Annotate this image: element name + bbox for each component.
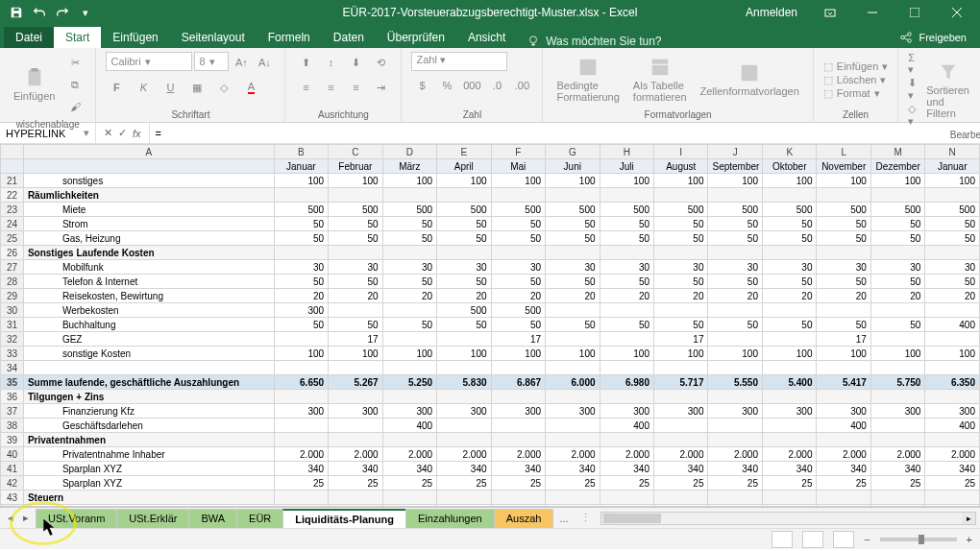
cell[interactable]: 100	[491, 347, 545, 361]
cell[interactable]	[600, 303, 653, 318]
cancel-formula-icon[interactable]: ✕	[104, 127, 112, 139]
col-header[interactable]: F	[491, 145, 545, 159]
cell[interactable]: 100	[274, 347, 328, 361]
cell[interactable]: 6.980	[600, 375, 653, 390]
cell[interactable]	[491, 246, 545, 260]
cell[interactable]: 100	[870, 174, 924, 188]
cell[interactable]: Strom	[23, 217, 274, 231]
cell[interactable]	[870, 390, 924, 404]
cell[interactable]: 50	[925, 231, 980, 246]
clear-button[interactable]: ◇ ▾	[908, 103, 917, 128]
cell[interactable]: 2.000	[329, 447, 382, 462]
sheet-tab[interactable]: Liquiditäts-Planung	[282, 509, 406, 528]
cell[interactable]: 30	[274, 260, 328, 275]
cell[interactable]: 100	[817, 347, 870, 361]
tab-data[interactable]: Daten	[322, 27, 376, 48]
cell[interactable]	[437, 419, 491, 433]
cell[interactable]: 50	[654, 231, 708, 246]
sheet-tab[interactable]: USt.Voranm	[36, 509, 117, 528]
cell[interactable]: 300	[708, 404, 762, 419]
cell[interactable]: 25	[817, 476, 870, 491]
cell[interactable]: 1.000	[329, 505, 382, 508]
cell[interactable]	[546, 188, 600, 203]
cell[interactable]	[654, 433, 708, 447]
cell[interactable]: 500	[382, 203, 436, 217]
qat-dropdown-icon[interactable]: ▾	[75, 2, 96, 23]
cell[interactable]: 500	[817, 203, 870, 217]
row-header[interactable]: 32	[1, 332, 24, 347]
cell[interactable]	[817, 361, 870, 375]
cell[interactable]: 340	[491, 462, 545, 476]
cell[interactable]: 5.550	[708, 375, 762, 390]
dec-decimal-icon[interactable]: .00	[511, 75, 532, 96]
row-header[interactable]: 38	[1, 419, 24, 433]
cell[interactable]: 20	[274, 289, 328, 303]
row-header[interactable]: 43	[1, 491, 24, 505]
cell[interactable]: 50	[546, 217, 600, 231]
cell[interactable]: Juli	[600, 159, 653, 174]
format-cells-button[interactable]: ⬚ Format ▾	[823, 87, 880, 100]
cell[interactable]: sonstiges	[23, 174, 274, 188]
cell[interactable]	[762, 246, 816, 260]
cell[interactable]	[329, 246, 382, 260]
enter-formula-icon[interactable]: ✓	[118, 127, 127, 139]
page-break-view-icon[interactable]	[833, 531, 854, 548]
cell[interactable]: 50	[817, 217, 870, 231]
col-header[interactable]: B	[274, 145, 328, 159]
cell[interactable]	[708, 505, 762, 508]
cell[interactable]: 100	[708, 174, 762, 188]
cell[interactable]: 100	[437, 347, 491, 361]
cell[interactable]	[274, 491, 328, 505]
tab-layout[interactable]: Seitenlayout	[170, 27, 257, 48]
cell[interactable]: 50	[708, 231, 762, 246]
sheet-tab[interactable]: EÜR	[236, 509, 283, 528]
login-link[interactable]: Anmelden	[736, 6, 807, 19]
scroll-right-icon[interactable]: ▸	[962, 513, 975, 524]
cell[interactable]	[654, 361, 708, 375]
cell[interactable]	[870, 246, 924, 260]
cell[interactable]	[654, 491, 708, 505]
row-header[interactable]: 29	[1, 289, 24, 303]
cell[interactable]: 100	[382, 174, 436, 188]
percent-icon[interactable]: %	[436, 75, 457, 96]
sheet-tab[interactable]: BWA	[188, 509, 237, 528]
cell[interactable]: 100	[546, 174, 600, 188]
cell[interactable]: 25	[437, 476, 491, 491]
cell[interactable]	[329, 303, 382, 318]
cell[interactable]: sonstige Kosten	[23, 347, 274, 361]
cell[interactable]: Dezember	[870, 159, 924, 174]
cell[interactable]	[546, 246, 600, 260]
cell[interactable]: 2.000	[382, 447, 436, 462]
cell[interactable]: GEZ	[23, 332, 274, 347]
cell[interactable]	[329, 491, 382, 505]
sheet-nav-prev-icon[interactable]: ▸	[19, 512, 33, 524]
col-header[interactable]: D	[382, 145, 436, 159]
cell[interactable]: 50	[870, 275, 924, 289]
cell[interactable]	[437, 505, 491, 508]
cell[interactable]: 5.830	[437, 375, 491, 390]
sort-filter-button[interactable]: Sortieren und Filtern	[922, 60, 973, 121]
cell[interactable]: Tilgungen + Zins	[23, 390, 274, 404]
cell[interactable]: 25	[762, 476, 816, 491]
cell[interactable]: 50	[546, 231, 600, 246]
cell[interactable]: 50	[708, 318, 762, 332]
cell[interactable]: 20	[817, 289, 870, 303]
cell[interactable]	[437, 433, 491, 447]
cell[interactable]: 25	[870, 476, 924, 491]
tab-formulas[interactable]: Formeln	[257, 27, 322, 48]
row-header[interactable]: 23	[1, 203, 24, 217]
cell[interactable]: Finanzierung Kfz	[23, 404, 274, 419]
cell[interactable]: 100	[654, 347, 708, 361]
cell[interactable]: 6.350	[925, 375, 980, 390]
fx-icon[interactable]: fx	[133, 128, 141, 139]
cell[interactable]	[925, 188, 980, 203]
cell[interactable]: 20	[925, 289, 980, 303]
sheet-nav-first-icon[interactable]: ◂	[4, 512, 17, 524]
tab-insert[interactable]: Einfügen	[101, 27, 169, 48]
cell[interactable]: 50	[870, 318, 924, 332]
cell[interactable]: 30	[870, 260, 924, 275]
col-header[interactable]: G	[546, 145, 600, 159]
row-header[interactable]: 34	[1, 361, 24, 375]
cell[interactable]: 50	[654, 275, 708, 289]
cell[interactable]	[870, 505, 924, 508]
